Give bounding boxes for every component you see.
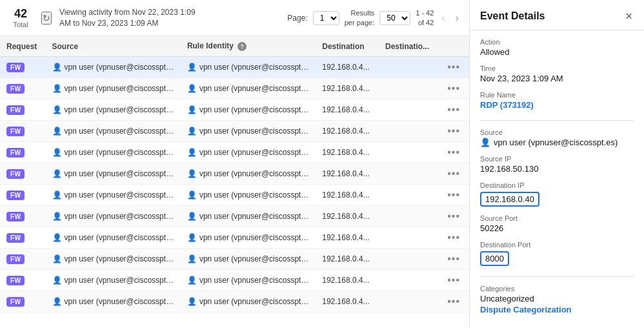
panel-title: Event Details [480,10,545,22]
fw-badge: FW [6,297,25,307]
cell-actions: ••• [438,142,469,163]
rule-name-field: Rule Name RDP (373192) [480,91,634,110]
row-actions-button[interactable]: ••• [445,253,463,265]
cell-dest: 192.168.0.4... [316,142,379,163]
table-row[interactable]: FW 👤vpn user (vpnuser@ciscosspt.es) 👤vpn… [0,99,469,121]
cell-source: 👤vpn user (vpnuser@ciscosspt.es) [46,206,181,227]
details-panel: Event Details × Action Allowed Time Nov … [470,0,644,328]
row-actions-button[interactable]: ••• [445,189,463,201]
cell-rule: 👤vpn user (vpnuser@ciscosspt.es) [181,163,316,185]
fw-badge: FW [6,127,25,136]
cell-dest2 [379,99,438,121]
categories-field: Categories Uncategorized Dispute Categor… [480,285,634,314]
row-actions-button[interactable]: ••• [445,232,463,243]
user-icon: 👤 [52,63,62,72]
table-row[interactable]: FW 👤vpn user (vpnuser@ciscosspt.es) 👤vpn… [0,57,469,78]
cell-source: 👤vpn user (vpnuser@ciscosspt.es) [46,57,181,78]
cell-actions: ••• [438,78,469,99]
help-icon[interactable]: ? [237,42,247,51]
cell-badge: FW [0,99,46,121]
table-row[interactable]: FW 👤vpn user (vpnuser@ciscosspt.es) 👤vpn… [0,78,469,99]
cell-rule: 👤vpn user (vpnuser@ciscosspt.es) [181,270,316,291]
prev-page-button[interactable]: ‹ [439,11,447,25]
fw-badge: FW [6,169,25,179]
fw-badge: FW [6,84,25,94]
fw-badge: FW [6,190,25,200]
col-rule-identity: Rule Identity ? [181,36,316,57]
source-value: 👤 vpn user (vpnuser@ciscosspt.es) [480,138,634,147]
source-label: Source [480,128,634,136]
source-ip-label: Source IP [480,155,634,163]
table-row[interactable]: FW 👤vpn user (vpnuser@ciscosspt.es) 👤vpn… [0,185,469,206]
table-row[interactable]: FW 👤vpn user (vpnuser@ciscosspt.es) 👤vpn… [0,121,469,142]
panel-header: Event Details × [470,0,644,30]
row-actions-button[interactable]: ••• [445,104,463,116]
cell-rule: 👤vpn user (vpnuser@ciscosspt.es) [181,121,316,142]
cell-dest: 192.168.0.4... [316,227,379,249]
cell-rule: 👤vpn user (vpnuser@ciscosspt.es) [181,99,316,121]
dispute-categorization-link[interactable]: Dispute Categorization [480,305,634,314]
cell-actions: ••• [438,270,469,291]
cell-dest: 192.168.0.4... [316,163,379,185]
time-label: Time [480,65,634,72]
dest-ip-value: 192.168.0.40 [480,192,539,207]
table-container: Request Source Rule Identity ? Destinati… [0,36,469,328]
user-icon: 👤 [52,105,62,114]
user-icon: 👤 [52,84,62,93]
total-number: 42 [14,7,27,21]
fw-badge: FW [6,63,25,72]
next-page-button[interactable]: › [453,11,461,25]
table-row[interactable]: FW 👤vpn user (vpnuser@ciscosspt.es) 👤vpn… [0,142,469,163]
row-actions-button[interactable]: ••• [445,125,463,137]
total-count: 42 Total [8,7,34,29]
cell-badge: FW [0,142,46,163]
cell-source: 👤vpn user (vpnuser@ciscosspt.es) [46,121,181,142]
row-actions-button[interactable]: ••• [445,296,463,307]
user-icon: 👤 [187,127,197,136]
main-area: 42 Total ↻ Viewing activity from Nov 22,… [0,0,470,328]
table-row[interactable]: FW 👤vpn user (vpnuser@ciscosspt.es) 👤vpn… [0,270,469,291]
cell-rule: 👤vpn user (vpnuser@ciscosspt.es) [181,185,316,206]
dest-port-field: Destination Port 8000 [480,241,634,266]
table-row[interactable]: FW 👤vpn user (vpnuser@ciscosspt.es) 👤vpn… [0,163,469,185]
table-row[interactable]: FW 👤vpn user (vpnuser@ciscosspt.es) 👤vpn… [0,206,469,227]
cell-source: 👤vpn user (vpnuser@ciscosspt.es) [46,249,181,270]
page-select[interactable]: 1 [313,11,339,25]
fw-badge: FW [6,212,25,221]
results-label: Resultsper page: [345,8,374,27]
fw-badge: FW [6,148,25,158]
time-value: Nov 23, 2023 1:09 AM [480,74,634,83]
cell-dest2 [379,291,438,313]
source-port-field: Source Port 50226 [480,214,634,233]
cell-badge: FW [0,185,46,206]
row-actions-button[interactable]: ••• [445,83,463,94]
cell-badge: FW [0,291,46,313]
row-actions-button[interactable]: ••• [445,147,463,158]
cell-dest2 [379,185,438,206]
refresh-button[interactable]: ↻ [41,12,52,25]
cell-rule: 👤vpn user (vpnuser@ciscosspt.es) [181,227,316,249]
rule-name-value[interactable]: RDP (373192) [480,100,534,110]
table-row[interactable]: FW 👤vpn user (vpnuser@ciscosspt.es) 👤vpn… [0,291,469,313]
fw-badge: FW [6,276,25,285]
row-actions-button[interactable]: ••• [445,168,463,179]
cell-badge: FW [0,227,46,249]
cell-source: 👤vpn user (vpnuser@ciscosspt.es) [46,78,181,99]
user-icon: 👤 [52,148,62,157]
table-row[interactable]: FW 👤vpn user (vpnuser@ciscosspt.es) 👤vpn… [0,227,469,249]
cell-badge: FW [0,78,46,99]
user-icon: 👤 [52,127,62,136]
table-row[interactable]: FW 👤vpn user (vpnuser@ciscosspt.es) 👤vpn… [0,249,469,270]
user-icon: 👤 [187,276,197,285]
row-actions-button[interactable]: ••• [445,274,463,286]
row-actions-button[interactable]: ••• [445,210,463,222]
close-panel-button[interactable]: × [624,9,634,23]
user-icon: 👤 [187,297,197,306]
cell-dest2 [379,142,438,163]
cell-source: 👤vpn user (vpnuser@ciscosspt.es) [46,99,181,121]
cell-rule: 👤vpn user (vpnuser@ciscosspt.es) [181,249,316,270]
results-per-page-select[interactable]: 50 [379,11,410,25]
cell-source: 👤vpn user (vpnuser@ciscosspt.es) [46,163,181,185]
cell-rule: 👤vpn user (vpnuser@ciscosspt.es) [181,142,316,163]
row-actions-button[interactable]: ••• [445,61,463,73]
